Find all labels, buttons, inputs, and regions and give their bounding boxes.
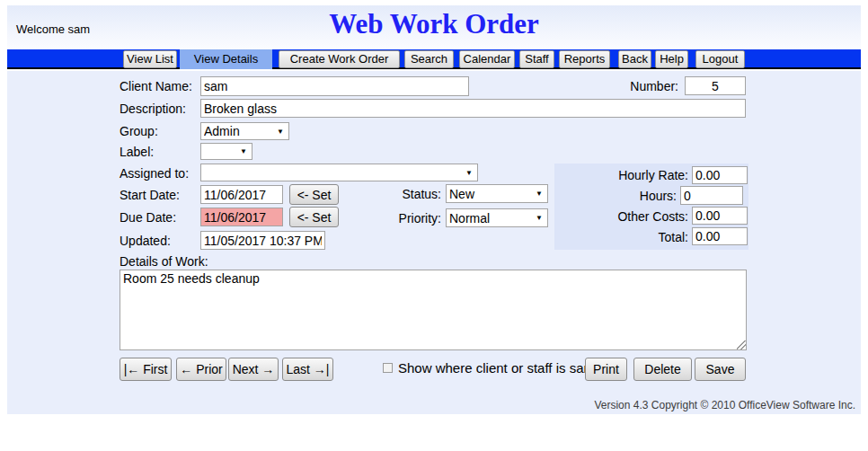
- client-name-label: Client Name:: [120, 79, 192, 93]
- tab-back[interactable]: Back: [618, 50, 651, 68]
- tab-reports[interactable]: Reports: [559, 50, 610, 68]
- details-of-work-textarea[interactable]: Room 25 needs cleanup: [120, 270, 747, 350]
- status-select[interactable]: New ▼: [446, 184, 548, 203]
- other-costs-label: Other Costs:: [566, 209, 688, 224]
- delete-button[interactable]: Delete: [633, 358, 692, 381]
- hours-input[interactable]: [680, 186, 743, 205]
- chevron-down-icon: ▼: [536, 190, 543, 198]
- start-date-set-button[interactable]: <- Set: [289, 184, 339, 205]
- priority-select-value: Normal: [449, 211, 536, 226]
- hourly-rate-input[interactable]: [692, 166, 748, 184]
- total-label: Total:: [566, 230, 688, 244]
- version-copyright-text: Version 4.3 Copyright © 2010 OfficeView …: [594, 399, 855, 411]
- description-label: Description:: [120, 102, 186, 116]
- first-record-button[interactable]: |← First: [120, 358, 172, 381]
- hours-label: Hours:: [566, 189, 677, 203]
- updated-label: Updated:: [120, 234, 171, 248]
- group-label: Group:: [120, 124, 158, 138]
- status-label: Status:: [341, 187, 441, 201]
- assigned-to-label: Assigned to:: [120, 166, 189, 181]
- show-client-staff-label: Show where client or staff is sam: [398, 360, 595, 376]
- start-date-input[interactable]: [200, 185, 283, 204]
- save-button[interactable]: Save: [695, 358, 746, 381]
- next-record-button[interactable]: Next →: [228, 358, 279, 381]
- tab-calendar[interactable]: Calendar: [459, 50, 515, 68]
- other-costs-input[interactable]: [692, 207, 748, 225]
- prior-record-button[interactable]: ← Prior: [176, 358, 226, 381]
- due-date-set-button[interactable]: <- Set: [289, 207, 339, 227]
- tab-staff[interactable]: Staff: [519, 50, 554, 68]
- details-of-work-label: Details of Work:: [120, 254, 208, 269]
- page-title: Web Work Order: [0, 8, 868, 40]
- print-button[interactable]: Print: [585, 358, 627, 381]
- tab-view-details[interactable]: View Details: [180, 49, 272, 69]
- group-select-value: Admin: [204, 124, 277, 138]
- tab-logout[interactable]: Logout: [695, 50, 745, 68]
- resize-handle-icon[interactable]: [737, 340, 746, 349]
- last-record-button[interactable]: Last →|: [282, 358, 333, 381]
- hourly-rate-label: Hourly Rate:: [566, 168, 688, 182]
- number-label: Number:: [589, 79, 678, 93]
- chevron-down-icon: ▼: [536, 214, 543, 222]
- total-input[interactable]: [692, 227, 748, 245]
- chevron-down-icon: ▼: [465, 169, 473, 177]
- label-field-label: Label:: [120, 145, 154, 159]
- due-date-input[interactable]: [200, 208, 283, 226]
- tab-view-list[interactable]: View List: [123, 50, 177, 68]
- label-select[interactable]: ▼: [200, 143, 252, 160]
- tab-create-work-order[interactable]: Create Work Order: [279, 50, 400, 68]
- updated-input[interactable]: [200, 231, 325, 250]
- tab-search[interactable]: Search: [404, 50, 454, 68]
- priority-label: Priority:: [341, 211, 441, 226]
- web-work-order-page: Welcome sam Web Work Order View List Vie…: [0, 0, 868, 451]
- tab-help[interactable]: Help: [655, 50, 688, 68]
- show-client-staff-checkbox[interactable]: [383, 363, 393, 373]
- group-select[interactable]: Admin ▼: [200, 122, 289, 140]
- chevron-down-icon: ▼: [240, 147, 247, 155]
- number-input[interactable]: [685, 76, 746, 95]
- nav-bar: View List View Details Create Work Order…: [7, 49, 861, 69]
- status-select-value: New: [449, 187, 536, 201]
- description-input[interactable]: [200, 99, 746, 118]
- assigned-to-select[interactable]: ▼: [200, 164, 478, 181]
- start-date-label: Start Date:: [120, 188, 180, 202]
- chevron-down-icon: ▼: [277, 128, 284, 136]
- client-name-input[interactable]: [200, 76, 469, 96]
- due-date-label: Due Date:: [120, 210, 176, 225]
- priority-select[interactable]: Normal ▼: [446, 208, 548, 227]
